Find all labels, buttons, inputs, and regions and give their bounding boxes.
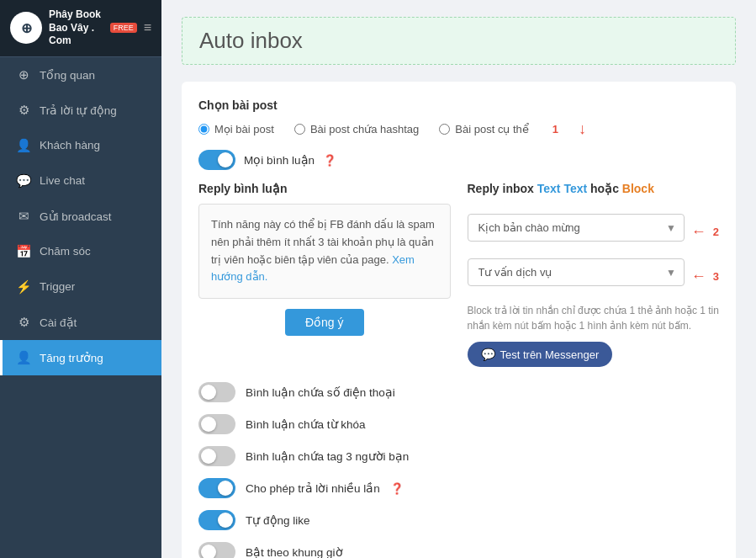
- sidebar-item-label: Tăng trưởng: [40, 351, 103, 364]
- toggle-cho-phep-tra-loi-label: Cho phép trả lời nhiều lần: [246, 481, 380, 495]
- menu-icon[interactable]: ≡: [144, 20, 151, 35]
- toggle-binh-luan-tag3[interactable]: [198, 446, 235, 466]
- help-icon-tra-loi[interactable]: ❓: [390, 482, 404, 495]
- sidebar-item-label: Gửi broadcast: [40, 210, 112, 223]
- dropdown2-select[interactable]: Tư vấn dịch vụ: [468, 258, 685, 286]
- moi-binh-luan-toggle[interactable]: [198, 150, 235, 170]
- sidebar-item-cham-soc[interactable]: 📅 Chăm sóc: [0, 234, 161, 269]
- dropdown1-wrapper: Kịch bản chào mừng ▼: [468, 214, 685, 242]
- arrow-left-3: ←: [691, 268, 706, 285]
- test-messenger-button[interactable]: 💬 Test trên Messenger: [468, 342, 613, 367]
- messenger-icon: 💬: [481, 348, 495, 361]
- sidebar-item-gui-broadcast[interactable]: ✉ Gửi broadcast: [0, 199, 161, 234]
- reply-inbox-text-highlight: Text: [537, 182, 561, 195]
- radio-hashtag-input[interactable]: [294, 124, 305, 135]
- sidebar-item-live-chat[interactable]: 💬 Live chat: [0, 163, 161, 199]
- tra-loi-icon: ⚙: [16, 103, 31, 118]
- toggle-item-2: Bình luận chứa tag 3 người bạn: [198, 446, 719, 466]
- logo: ⊕: [10, 12, 42, 44]
- reply-inbox-text: Reply inbox: [468, 182, 534, 195]
- left-column: Reply bình luận Tính năng này có thể bị …: [198, 182, 451, 367]
- block-note: Block trả lời tin nhắn chỉ được chứa 1 t…: [468, 303, 720, 333]
- toggle-binh-luan-so-dt[interactable]: [198, 382, 235, 402]
- radio-group: Mọi bài post Bài post chứa hashtag Bài p…: [198, 120, 719, 138]
- toggle-item-5: Bật theo khung giờ: [198, 542, 719, 558]
- arrow-down-1: ↓: [579, 120, 586, 138]
- toggle-bat-theo-khung-gio[interactable]: [198, 542, 235, 558]
- radio-cu-the-input[interactable]: [439, 124, 450, 135]
- sidebar-item-khach-hang[interactable]: 👤 Khách hàng: [0, 128, 161, 163]
- cai-dat-icon: ⚙: [16, 315, 31, 330]
- moi-binh-luan-label: Mọi bình luận: [244, 153, 315, 167]
- tong-quan-icon: ⊕: [16, 67, 31, 82]
- radio-cu-the-label: Bài post cụ thể: [455, 123, 529, 136]
- sidebar-item-label: Khách hàng: [40, 139, 100, 151]
- toggle-binh-luan-tag3-label: Bình luận chứa tag 3 người bạn: [246, 449, 409, 463]
- toggle-item-0: Bình luận chứa số điện thoại: [198, 382, 719, 402]
- reply-inbox-block: Block: [622, 182, 654, 195]
- right-column: Reply inbox Text Text hoặc Block Kịch bả…: [468, 182, 720, 367]
- toggle-binh-luan-so-dt-label: Bình luận chứa số điện thoại: [246, 385, 395, 399]
- toggle-binh-luan-tu-khoa-label: Bình luận chứa từ khóa: [246, 417, 366, 431]
- sidebar-item-label: Cài đặt: [40, 316, 77, 329]
- sidebar-item-tang-truong[interactable]: 👤 Tăng trưởng: [0, 340, 161, 375]
- reply-inbox-title: Reply inbox Text Text hoặc Block: [468, 182, 654, 195]
- sidebar-item-label: Tổng quan: [40, 68, 95, 82]
- radio-moi-bai-post[interactable]: Mọi bài post: [198, 123, 274, 136]
- sidebar-item-trigger[interactable]: ⚡ Trigger: [0, 269, 161, 305]
- sidebar: ⊕ Phây Book Bao Vây . Com FREE ≡ ⊕ Tổng …: [0, 0, 161, 558]
- broadcast-icon: ✉: [16, 209, 31, 224]
- toggle-item-3: Cho phép trả lời nhiều lần ❓: [198, 478, 719, 498]
- sidebar-item-tong-quan[interactable]: ⊕ Tổng quan: [0, 57, 161, 93]
- chon-bai-post-label: Chọn bài post: [198, 98, 719, 112]
- dropdown2-wrapper: Tư vấn dịch vụ ▼: [468, 258, 685, 286]
- dropdown1-row: Kịch bản chào mừng ▼ ← 2: [468, 214, 720, 250]
- radio-moi-bai-post-label: Mọi bài post: [214, 123, 274, 136]
- sidebar-item-label: Trigger: [40, 280, 75, 293]
- annotation-1: 1: [552, 123, 558, 136]
- sidebar-header: ⊕ Phây Book Bao Vây . Com FREE ≡: [0, 0, 161, 57]
- trigger-icon: ⚡: [16, 279, 31, 295]
- radio-hashtag[interactable]: Bài post chứa hashtag: [294, 123, 419, 136]
- two-col-layout: Reply bình luận Tính năng này có thể bị …: [198, 182, 719, 367]
- help-icon[interactable]: ❓: [323, 154, 336, 167]
- reply-box: Tính năng này có thể bị FB đánh dấu là s…: [198, 204, 451, 299]
- toggle-tu-dong-like-label: Tự động like: [246, 513, 310, 527]
- page-title: Auto inbox: [182, 17, 736, 65]
- annotation-2: 2: [713, 226, 719, 238]
- radio-moi-bai-post-input[interactable]: [198, 124, 209, 135]
- dropdown2-row: Tư vấn dịch vụ ▼ ← 3: [468, 258, 720, 295]
- sidebar-item-label: Chăm sóc: [40, 245, 91, 258]
- toggle-bat-theo-khung-gio-label: Bật theo khung giờ: [246, 545, 343, 558]
- sidebar-nav: ⊕ Tổng quan ⚙ Trả lời tự động 👤 Khách hà…: [0, 57, 161, 558]
- moi-binh-luan-row: Mọi bình luận ❓: [198, 150, 719, 170]
- toggle-tu-dong-like[interactable]: [198, 510, 235, 530]
- annotation-3: 3: [713, 270, 719, 283]
- toggle-section: Bình luận chứa số điện thoại Bình luận c…: [198, 382, 719, 558]
- reply-binh-luan-label: Reply bình luận: [198, 182, 451, 195]
- sidebar-item-tra-loi[interactable]: ⚙ Trả lời tự động: [0, 93, 161, 128]
- toggle-cho-phep-tra-loi[interactable]: [198, 478, 235, 498]
- dropdown1-select[interactable]: Kịch bản chào mừng: [468, 214, 685, 242]
- toggle-item-1: Bình luận chứa từ khóa: [198, 414, 719, 434]
- toggle-item-4: Tự động like: [198, 510, 719, 530]
- cham-soc-icon: 📅: [16, 244, 31, 259]
- live-chat-icon: 💬: [16, 173, 31, 189]
- main-content: Auto inbox Chọn bài post Mọi bài post Bà…: [161, 0, 756, 558]
- dong-y-button[interactable]: Đồng ý: [285, 309, 364, 336]
- sidebar-item-cai-dat[interactable]: ⚙ Cài đặt: [0, 305, 161, 340]
- khach-hang-icon: 👤: [16, 138, 31, 153]
- free-badge: FREE: [110, 23, 137, 33]
- form-section: Chọn bài post Mọi bài post Bài post chứa…: [182, 82, 736, 558]
- sidebar-item-label: Live chat: [40, 174, 85, 187]
- sidebar-item-label: Trả lời tự động: [40, 104, 117, 117]
- radio-cu-the[interactable]: Bài post cụ thể: [439, 123, 529, 136]
- tang-truong-icon: 👤: [16, 350, 31, 365]
- brand-name: Phây Book Bao Vây . Com: [49, 8, 105, 48]
- toggle-binh-luan-tu-khoa[interactable]: [198, 414, 235, 434]
- radio-hashtag-label: Bài post chứa hashtag: [310, 123, 419, 136]
- arrow-left-2: ←: [691, 223, 706, 241]
